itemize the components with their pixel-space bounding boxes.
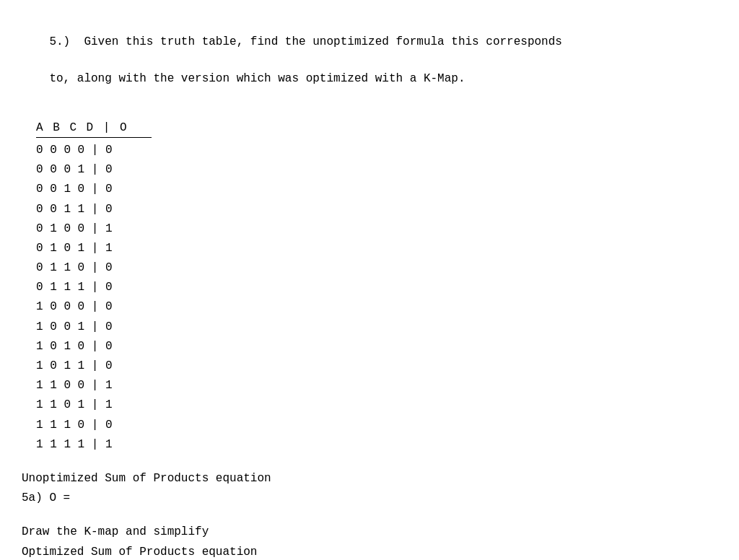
table-row: 0 0 0 0 | 0 bbox=[36, 141, 717, 160]
table-row: 1 1 0 1 | 1 bbox=[36, 395, 717, 415]
table-row: 0 0 0 1 | 0 bbox=[36, 160, 717, 180]
table-row: 0 1 0 1 | 1 bbox=[36, 239, 717, 258]
table-row: 0 0 1 0 | 0 bbox=[36, 180, 717, 199]
table-header: A B C D | O bbox=[36, 121, 717, 134]
table-row: 1 1 1 0 | 0 bbox=[36, 416, 717, 435]
question-line2: to, along with the version which was opt… bbox=[49, 72, 465, 85]
unoptimized-label: Unoptimized Sum of Products equation bbox=[22, 469, 717, 489]
unoptimized-section: Unoptimized Sum of Products equation 5a)… bbox=[22, 469, 717, 508]
kmap-label: Draw the K-map and simplify bbox=[22, 522, 717, 542]
table-divider bbox=[36, 137, 152, 138]
table-row: 1 0 0 0 | 0 bbox=[36, 297, 717, 317]
table-row: 0 1 0 0 | 1 bbox=[36, 219, 717, 239]
table-body: 0 0 0 0 | 00 0 0 1 | 00 0 1 0 | 00 0 1 1… bbox=[36, 141, 717, 455]
table-row: 1 0 1 1 | 0 bbox=[36, 356, 717, 376]
table-row: 1 0 0 1 | 0 bbox=[36, 318, 717, 337]
table-row: 0 0 1 1 | 0 bbox=[36, 200, 717, 219]
part-a-label: 5a) O = bbox=[22, 489, 717, 508]
question-line1: 5.) Given this truth table, find the uno… bbox=[49, 35, 562, 48]
question-container: 5.) Given this truth table, find the uno… bbox=[22, 14, 717, 560]
optimized-label: Optimized Sum of Products equation bbox=[22, 543, 717, 560]
table-row: 1 1 1 1 | 1 bbox=[36, 435, 717, 455]
optimized-section: Draw the K-map and simplify Optimized Su… bbox=[22, 522, 717, 560]
table-row: 1 1 0 0 | 1 bbox=[36, 376, 717, 395]
question-text: 5.) Given this truth table, find the uno… bbox=[22, 14, 717, 107]
table-row: 0 1 1 0 | 0 bbox=[36, 258, 717, 278]
table-row: 1 0 1 0 | 0 bbox=[36, 337, 717, 356]
truth-table-container: A B C D | O 0 0 0 0 | 00 0 0 1 | 00 0 1 … bbox=[36, 121, 717, 455]
table-row: 0 1 1 1 | 0 bbox=[36, 278, 717, 297]
